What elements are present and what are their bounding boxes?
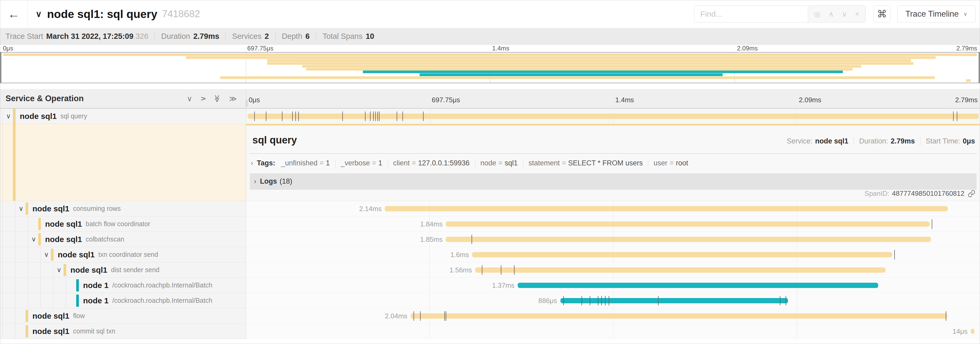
span-log-marker — [402, 112, 403, 121]
span-log-marker — [420, 311, 421, 321]
span-service-name: node sql1 — [32, 312, 69, 320]
span-log-marker — [590, 296, 590, 306]
summary-label: Depth — [282, 32, 302, 41]
tag-item: _verbose=1 — [341, 159, 382, 167]
span-log-marker — [423, 112, 423, 121]
span-bar[interactable] — [446, 221, 930, 227]
collapse-one-icon[interactable]: ∨ — [187, 94, 192, 103]
clear-search-icon[interactable]: × — [855, 10, 859, 18]
span-operation-name: dist sender send — [111, 266, 159, 274]
span-tree-row[interactable]: node sql1commit sql txn — [0, 324, 246, 339]
span-collapse-icon[interactable]: ∨ — [17, 205, 25, 213]
back-button[interactable]: ← — [0, 0, 28, 28]
span-tree-row[interactable]: ∨node sql1consuming rows — [0, 201, 246, 216]
minimap-span-bar — [306, 68, 853, 70]
span-tree-row[interactable]: node sql1flow — [0, 308, 246, 324]
span-tree-row[interactable]: ∨node sql1sql query — [0, 109, 246, 124]
span-bar[interactable] — [475, 267, 886, 273]
span-timeline-row[interactable]: 1.37ms — [246, 278, 980, 293]
span-accent — [51, 249, 54, 261]
tag-item: _unfinished=1 — [281, 159, 330, 167]
span-service-name: node sql1 — [70, 266, 107, 275]
timeline-tick-label: 2.09ms — [799, 96, 821, 104]
tags-label: Tags: — [257, 159, 275, 167]
span-service-name: node sql1 — [32, 204, 69, 213]
trace-timeline-app: ← ∨ node sql1: sql query 7418682 ◎ ∧ ∨ ×… — [0, 0, 980, 344]
span-operation-name: sql query — [60, 112, 87, 120]
trace-minimap[interactable] — [0, 52, 980, 83]
start-time-value: 0μs — [963, 137, 975, 145]
span-bar[interactable] — [248, 114, 979, 119]
span-bar[interactable] — [410, 314, 947, 318]
span-timeline-row[interactable]: 1.84ms — [246, 216, 980, 232]
span-bar[interactable] — [446, 237, 931, 242]
span-accent — [38, 233, 41, 245]
span-timeline-row[interactable] — [246, 109, 980, 124]
span-timeline-row[interactable]: 2.14ms — [246, 201, 980, 216]
span-log-marker — [582, 296, 582, 306]
minimap-span-bar — [966, 79, 971, 82]
span-operation-name: batch flow coordinator — [86, 220, 150, 228]
span-bar[interactable] — [518, 283, 878, 288]
logs-label: Logs — [260, 177, 277, 186]
span-operation-name: flow — [73, 312, 85, 320]
link-icon[interactable] — [967, 190, 975, 198]
span-timeline-row[interactable]: 14μs — [246, 324, 980, 339]
expand-one-icon[interactable]: ∨ — [199, 96, 207, 101]
timeline-tick-label: 2.09ms — [737, 45, 758, 52]
span-log-marker — [601, 296, 602, 306]
span-bar[interactable] — [385, 206, 948, 211]
prev-match-icon[interactable]: ∧ — [828, 10, 834, 19]
timeline-tick-label: 2.79ms — [955, 96, 978, 104]
span-timeline-row[interactable]: 886μs — [246, 293, 980, 308]
next-match-icon[interactable]: ∨ — [842, 10, 847, 19]
find-input[interactable] — [694, 6, 808, 22]
span-timeline-row[interactable]: 2.04ms — [246, 308, 980, 324]
span-bars: sql query Service: node sql1 Duration: 2… — [246, 109, 980, 339]
span-duration-label: 2.04ms — [355, 308, 407, 324]
span-timeline-row[interactable]: 1.6ms — [246, 247, 980, 262]
span-timeline-row[interactable]: 1.56ms — [246, 262, 980, 278]
span-color-strip — [246, 124, 980, 125]
span-log-marker — [946, 311, 946, 321]
logs-row[interactable]: › Logs (18) — [250, 173, 977, 190]
span-log-marker — [377, 112, 378, 121]
collapse-all-icon[interactable]: ≫ — [213, 94, 222, 102]
span-collapse-icon[interactable]: ∨ — [4, 112, 13, 120]
span-accent — [64, 264, 66, 276]
panel-resize-grip[interactable]: ∥ — [245, 99, 248, 107]
span-log-marker — [414, 311, 414, 321]
span-tree-row[interactable]: ∨node sql1colbatchscan — [0, 232, 246, 247]
span-bar[interactable] — [472, 252, 892, 258]
trace-collapse-icon[interactable]: ∨ — [36, 9, 42, 19]
span-duration-label: 886μs — [504, 293, 557, 308]
span-duration-label: 1.84ms — [390, 216, 442, 232]
keyboard-shortcuts-button[interactable]: ⌘ — [873, 6, 890, 22]
span-detail-meta: Service: node sql1 Duration: 2.79ms Star… — [787, 137, 975, 145]
span-tree-row[interactable]: node 1/cockroach.roachpb.Internal/Batch — [0, 278, 246, 293]
expand-all-icon[interactable]: ≫ — [229, 94, 237, 103]
span-bar[interactable] — [971, 329, 974, 334]
span-bar[interactable] — [560, 298, 788, 303]
span-timeline-row[interactable]: 1.85ms — [246, 232, 980, 247]
span-accent — [25, 203, 28, 215]
tag-item: statement=SELECT * FROM users — [528, 159, 643, 167]
span-collapse-icon[interactable]: ∨ — [54, 266, 64, 274]
span-log-marker — [446, 311, 446, 321]
locate-icon[interactable]: ◎ — [814, 10, 821, 19]
summary-label: Total Spans — [323, 32, 363, 41]
service-operation-title: Service & Operation — [6, 94, 187, 103]
span-tree-row[interactable]: ∨node sql1txn coordinator send — [0, 247, 246, 262]
span-collapse-icon[interactable]: ∨ — [42, 251, 51, 258]
span-service-name: node 1 — [83, 296, 109, 305]
span-service-name: node sql1 — [20, 112, 57, 121]
span-collapse-icon[interactable]: ∨ — [29, 235, 38, 243]
span-log-marker — [370, 112, 371, 121]
span-tree-row[interactable]: node 1/cockroach.roachpb.Internal/Batch — [0, 293, 246, 308]
tags-row[interactable]: › Tags: _unfinished=1_verbose=1client=12… — [246, 154, 980, 168]
view-selector-button[interactable]: Trace Timeline ∨ — [897, 6, 975, 22]
span-tree-row[interactable]: ∨node sql1dist sender send — [0, 262, 246, 278]
span-tree-row[interactable]: node sql1batch flow coordinator — [0, 216, 246, 232]
span-accent-stripe — [13, 124, 16, 201]
span-log-marker — [282, 112, 282, 121]
